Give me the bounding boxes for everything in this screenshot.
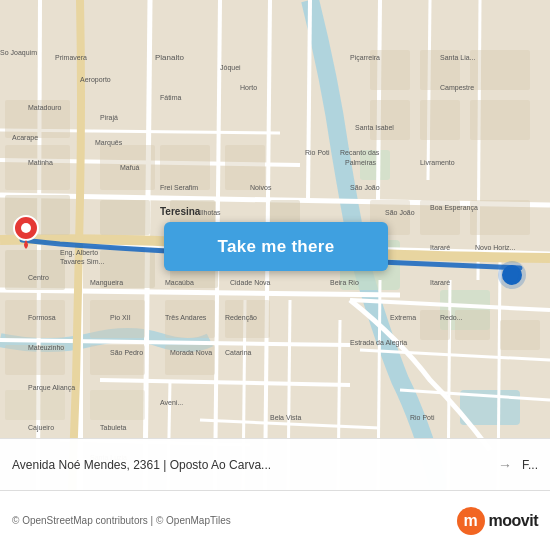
svg-text:Estrada da Alegria: Estrada da Alegria [350, 339, 407, 347]
svg-text:Itararé: Itararé [430, 279, 450, 286]
svg-text:Catarina: Catarina [225, 349, 252, 356]
svg-text:So Joaquim: So Joaquim [0, 49, 37, 57]
svg-rect-59 [470, 100, 530, 140]
svg-text:Mafuá: Mafuá [120, 164, 140, 171]
svg-text:Novo Horiz...: Novo Horiz... [475, 244, 516, 251]
svg-rect-36 [5, 250, 65, 290]
svg-text:Matinha: Matinha [28, 159, 53, 166]
attribution: © OpenStreetMap contributors | © OpenMap… [12, 515, 457, 526]
svg-text:Acarape: Acarape [12, 134, 38, 142]
svg-text:Teresina: Teresina [160, 206, 201, 217]
svg-text:Planalto: Planalto [155, 53, 184, 62]
svg-point-123 [21, 223, 31, 233]
svg-text:Santa Isabel: Santa Isabel [355, 124, 394, 131]
svg-text:Cajueiro: Cajueiro [28, 424, 54, 432]
svg-text:Fátima: Fátima [160, 94, 182, 101]
svg-text:Rio Poti: Rio Poti [410, 414, 435, 421]
svg-rect-53 [90, 390, 145, 420]
svg-text:Itararé: Itararé [430, 244, 450, 251]
destination-marker [502, 265, 522, 285]
svg-text:Primavera: Primavera [55, 54, 87, 61]
route-info-bar: Avenida Noé Mendes, 2361 | Oposto Ao Car… [0, 438, 550, 490]
svg-text:Formosa: Formosa [28, 314, 56, 321]
svg-text:Pirajá: Pirajá [100, 114, 118, 122]
svg-line-21 [308, 0, 310, 200]
svg-text:Matadouro: Matadouro [28, 104, 62, 111]
svg-text:Jóquei: Jóquei [220, 64, 241, 72]
svg-text:Eng. Alberto: Eng. Alberto [60, 249, 98, 257]
svg-text:Cidade Nova: Cidade Nova [230, 279, 271, 286]
bottom-bar: © OpenStreetMap contributors | © OpenMap… [0, 490, 550, 550]
svg-text:São Pedro: São Pedro [110, 349, 143, 356]
svg-text:Recanto das: Recanto das [340, 149, 380, 156]
svg-text:Mateuzinho: Mateuzinho [28, 344, 64, 351]
svg-rect-52 [5, 390, 65, 420]
svg-text:Palmeiras: Palmeiras [345, 159, 377, 166]
svg-text:Beira Rio: Beira Rio [330, 279, 359, 286]
svg-text:Extrema: Extrema [390, 314, 416, 321]
svg-text:Frei Serafim: Frei Serafim [160, 184, 198, 191]
svg-rect-58 [420, 100, 460, 140]
origin-marker [12, 215, 40, 253]
svg-rect-56 [470, 200, 530, 235]
route-arrow: → [498, 457, 512, 473]
svg-text:Horto: Horto [240, 84, 257, 91]
svg-text:Redenção: Redenção [225, 314, 257, 322]
svg-text:Livramento: Livramento [420, 159, 455, 166]
svg-text:Santa Lia...: Santa Lia... [440, 54, 475, 61]
svg-text:Marquês: Marquês [95, 139, 123, 147]
svg-text:Tavares Sim...: Tavares Sim... [60, 258, 104, 265]
svg-text:São João: São João [350, 184, 380, 191]
route-from: Avenida Noé Mendes, 2361 | Oposto Ao Car… [12, 458, 488, 472]
svg-text:Campestre: Campestre [440, 84, 474, 92]
svg-rect-34 [100, 200, 150, 235]
map-container: Matadouro Acarape Matinha Pirajá Marquês… [0, 0, 550, 490]
svg-text:Noivos: Noivos [250, 184, 272, 191]
svg-text:Rio Poti: Rio Poti [305, 149, 330, 156]
svg-text:Mangueira: Mangueira [90, 279, 123, 287]
svg-text:Três Andares: Três Andares [165, 314, 207, 321]
svg-text:Redo...: Redo... [440, 314, 463, 321]
svg-text:Tabuleta: Tabuleta [100, 424, 127, 431]
svg-text:Parque Aliança: Parque Aliança [28, 384, 75, 392]
take-me-there-button[interactable]: Take me there [164, 222, 388, 271]
moovit-logo-text: moovit [489, 512, 538, 530]
svg-text:Aeroporto: Aeroporto [80, 76, 111, 84]
svg-text:Morada Nova: Morada Nova [170, 349, 212, 356]
svg-rect-57 [370, 100, 410, 140]
svg-text:Pio XII: Pio XII [110, 314, 131, 321]
route-to: F... [522, 458, 538, 472]
svg-rect-43 [5, 145, 70, 190]
moovit-logo: m moovit [457, 507, 538, 535]
svg-text:Aveni...: Aveni... [160, 399, 183, 406]
svg-text:Macaúba: Macaúba [165, 279, 194, 286]
svg-text:Piçarreira: Piçarreira [350, 54, 380, 62]
moovit-logo-icon: m [457, 507, 485, 535]
svg-rect-62 [470, 50, 530, 90]
svg-text:São João: São João [385, 209, 415, 216]
svg-rect-65 [500, 320, 540, 350]
svg-text:Ilhotas: Ilhotas [200, 209, 221, 216]
svg-text:Bela Vista: Bela Vista [270, 414, 301, 421]
svg-text:Centro: Centro [28, 274, 49, 281]
svg-text:Boa Esperança: Boa Esperança [430, 204, 478, 212]
